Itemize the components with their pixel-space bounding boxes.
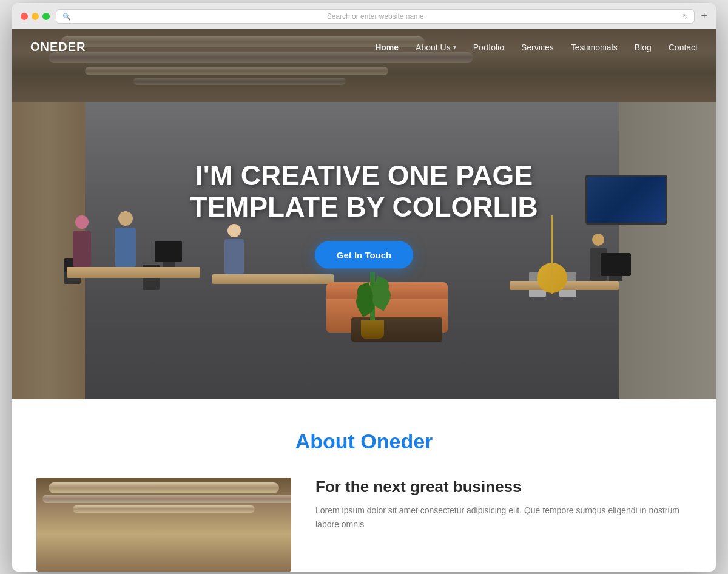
- logo[interactable]: ONEDER: [30, 40, 86, 54]
- about-pipe-3: [73, 505, 255, 513]
- minimize-button[interactable]: [32, 13, 39, 20]
- about-pipe-2: [42, 495, 291, 503]
- traffic-lights: [21, 13, 50, 20]
- website-content: ONEDER Home About Us ▾ Portfolio Service…: [12, 29, 716, 572]
- hero-title: I'M CREATIVE ONE PAGE TEMPLATE BY COLORL…: [188, 159, 540, 223]
- person-head-4: [592, 234, 604, 246]
- hero-section: ONEDER Home About Us ▾ Portfolio Service…: [12, 29, 716, 399]
- person-body-2: [115, 228, 136, 267]
- person-head-1: [75, 215, 89, 229]
- floor-lamp: [537, 263, 567, 293]
- navbar: ONEDER Home About Us ▾ Portfolio Service…: [12, 29, 716, 66]
- about-section: About Oneder For the next great business…: [12, 399, 716, 572]
- close-button[interactable]: [21, 13, 28, 20]
- about-body-text: Lorem ipsum dolor sit amet consectetur a…: [315, 504, 692, 533]
- desk-middle: [212, 274, 334, 284]
- about-title: About Oneder: [36, 430, 692, 453]
- get-in-touch-button[interactable]: Get In Touch: [315, 241, 414, 269]
- browser-window: 🔍 Search or enter website name ↻ +: [12, 3, 716, 572]
- plant: [361, 272, 384, 339]
- dropdown-arrow-icon: ▾: [453, 44, 456, 50]
- maximize-button[interactable]: [42, 13, 50, 20]
- plant-pot: [361, 320, 384, 339]
- address-bar[interactable]: 🔍 Search or enter website name ↻: [56, 9, 695, 24]
- nav-blog[interactable]: Blog: [635, 42, 652, 52]
- nav-about[interactable]: About Us ▾: [416, 42, 456, 52]
- nav-contact[interactable]: Contact: [669, 42, 698, 52]
- reload-icon[interactable]: ↻: [682, 12, 688, 20]
- about-subtitle: For the next great business: [315, 478, 692, 496]
- monitor-right: [601, 253, 631, 281]
- nav-portfolio[interactable]: Portfolio: [473, 42, 504, 52]
- about-content: For the next great business Lorem ipsum …: [36, 478, 692, 572]
- nav-links: Home About Us ▾ Portfolio Services Testi…: [375, 42, 698, 52]
- desk-left: [67, 267, 200, 278]
- new-tab-button[interactable]: +: [701, 10, 707, 22]
- about-image: [36, 478, 291, 572]
- person-1: [73, 215, 91, 267]
- person-head-2: [118, 211, 133, 226]
- address-bar-text: Search or enter website name: [327, 12, 424, 21]
- person-body-1: [73, 231, 91, 267]
- nav-services[interactable]: Services: [521, 42, 554, 52]
- tv-display: [587, 177, 666, 223]
- nav-home[interactable]: Home: [375, 42, 399, 52]
- hero-content: I'M CREATIVE ONE PAGE TEMPLATE BY COLORL…: [188, 159, 540, 269]
- tv-screen: [585, 175, 667, 225]
- about-pipe-1: [49, 482, 279, 493]
- browser-chrome: 🔍 Search or enter website name ↻ +: [12, 3, 716, 29]
- about-ceiling-pipes: [36, 478, 291, 514]
- nav-testimonials[interactable]: Testimonials: [571, 42, 618, 52]
- about-text: For the next great business Lorem ipsum …: [315, 478, 692, 533]
- monitor-left: [155, 241, 182, 267]
- search-icon: 🔍: [62, 12, 71, 20]
- person-2: [115, 211, 136, 267]
